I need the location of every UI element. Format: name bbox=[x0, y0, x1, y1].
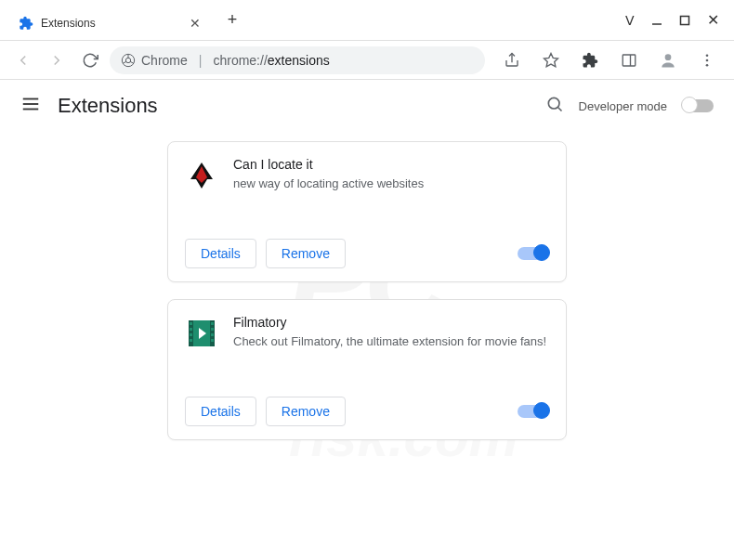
chrome-icon bbox=[121, 53, 136, 68]
svg-rect-30 bbox=[211, 328, 214, 331]
tab-title: Extensions bbox=[41, 17, 180, 30]
remove-button[interactable]: Remove bbox=[266, 397, 346, 426]
extension-description: new way of locating active websites bbox=[233, 176, 549, 192]
chevron-down-icon[interactable]: ᐯ bbox=[625, 13, 635, 28]
page-header: Extensions Developer mode bbox=[0, 80, 734, 132]
extension-name: Filmatory bbox=[233, 315, 549, 330]
search-icon[interactable] bbox=[545, 95, 564, 117]
reload-button[interactable] bbox=[76, 46, 104, 74]
eagle-icon bbox=[185, 159, 218, 192]
extensions-list: Can I locate it new way of locating acti… bbox=[0, 132, 734, 440]
close-tab-button[interactable]: ✕ bbox=[188, 16, 203, 31]
omnibox-separator: | bbox=[199, 53, 203, 68]
svg-rect-32 bbox=[211, 339, 214, 342]
svg-rect-1 bbox=[681, 16, 689, 24]
svg-rect-25 bbox=[190, 322, 192, 325]
chrome-chip-label: Chrome bbox=[141, 53, 188, 68]
extensions-button[interactable] bbox=[576, 46, 604, 74]
svg-rect-29 bbox=[211, 322, 214, 325]
address-bar[interactable]: Chrome | chrome://extensions bbox=[110, 46, 485, 74]
extension-name: Can I locate it bbox=[233, 157, 549, 172]
new-tab-button[interactable]: + bbox=[219, 7, 245, 33]
window-controls: ᐯ ✕ bbox=[625, 11, 734, 29]
developer-mode-label: Developer mode bbox=[579, 99, 667, 113]
url-text: chrome://extensions bbox=[213, 53, 329, 68]
bookmark-button[interactable] bbox=[537, 46, 565, 74]
svg-rect-27 bbox=[190, 333, 192, 336]
svg-point-12 bbox=[706, 54, 709, 57]
extension-card: Filmatory Check out Filmatory, the ultim… bbox=[167, 299, 567, 440]
share-button[interactable] bbox=[498, 46, 526, 74]
extension-description: Check out Filmatory, the ultimate extens… bbox=[233, 333, 549, 350]
extension-enable-toggle[interactable] bbox=[518, 405, 549, 418]
close-window-button[interactable]: ✕ bbox=[707, 11, 719, 29]
maximize-button[interactable] bbox=[679, 15, 690, 26]
remove-button[interactable]: Remove bbox=[266, 239, 346, 268]
puzzle-piece-icon bbox=[19, 16, 33, 31]
svg-rect-28 bbox=[190, 339, 192, 342]
svg-line-5 bbox=[123, 61, 126, 63]
svg-rect-9 bbox=[623, 55, 636, 66]
svg-line-19 bbox=[557, 108, 561, 111]
svg-point-14 bbox=[706, 63, 709, 66]
kebab-menu-button[interactable] bbox=[693, 46, 721, 74]
details-button[interactable]: Details bbox=[185, 239, 256, 268]
details-button[interactable]: Details bbox=[185, 397, 256, 426]
window-titlebar: Extensions ✕ + ᐯ ✕ bbox=[0, 0, 734, 41]
hamburger-menu-button[interactable] bbox=[20, 94, 41, 118]
svg-point-13 bbox=[706, 59, 709, 61]
chrome-chip: Chrome bbox=[121, 53, 188, 68]
forward-button[interactable] bbox=[43, 46, 71, 74]
svg-marker-8 bbox=[544, 53, 558, 66]
svg-point-3 bbox=[125, 58, 130, 62]
profile-button[interactable] bbox=[654, 46, 682, 74]
svg-rect-31 bbox=[211, 333, 214, 336]
browser-tab[interactable]: Extensions ✕ bbox=[7, 7, 212, 40]
side-panel-button[interactable] bbox=[615, 46, 643, 74]
svg-point-18 bbox=[548, 98, 559, 109]
page-title: Extensions bbox=[58, 94, 158, 118]
svg-point-11 bbox=[665, 54, 672, 60]
extension-card: Can I locate it new way of locating acti… bbox=[167, 141, 567, 282]
film-icon bbox=[185, 317, 218, 350]
svg-line-6 bbox=[130, 61, 134, 63]
back-button[interactable] bbox=[9, 46, 37, 74]
minimize-button[interactable] bbox=[651, 15, 662, 26]
extension-enable-toggle[interactable] bbox=[518, 247, 549, 260]
toolbar-actions bbox=[491, 46, 725, 74]
browser-toolbar: Chrome | chrome://extensions bbox=[0, 41, 734, 80]
developer-mode-toggle[interactable] bbox=[682, 99, 714, 112]
svg-rect-26 bbox=[190, 328, 192, 331]
